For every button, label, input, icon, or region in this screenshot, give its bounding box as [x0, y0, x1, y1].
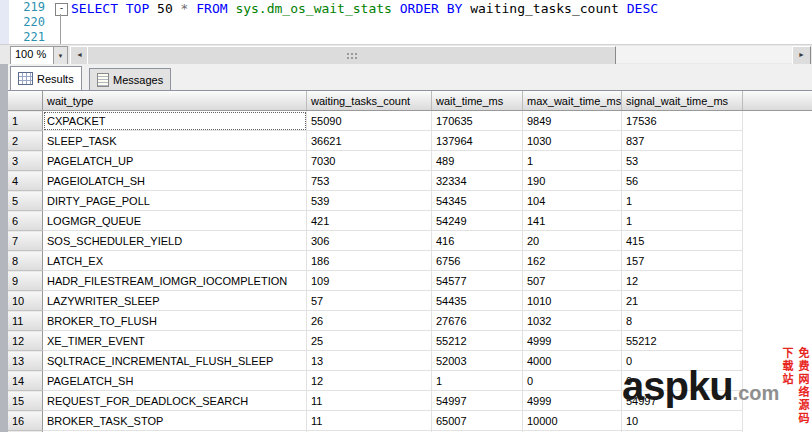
grid-cell[interactable]: PAGELATCH_SH	[43, 371, 307, 391]
grid-cell[interactable]: BROKER_TASK_STOP	[43, 411, 307, 431]
grid-cell[interactable]: 190	[523, 171, 622, 191]
grid-cell[interactable]: 1032	[523, 311, 622, 331]
line-number-gutter[interactable]: 219220221	[9, 0, 48, 44]
sql-token[interactable]: sys.dm_os_wait_stats	[235, 1, 399, 16]
row-header[interactable]: 11	[8, 311, 43, 331]
grid-cell[interactable]: 54249	[432, 211, 523, 231]
grid-cell[interactable]: 1	[622, 211, 743, 231]
grid-cell[interactable]: 56	[622, 171, 743, 191]
grid-cell[interactable]: 4999	[523, 391, 622, 411]
row-header[interactable]: 8	[8, 251, 43, 271]
grid-cell[interactable]: 54435	[432, 291, 523, 311]
grid-cell[interactable]: LOGMGR_QUEUE	[43, 211, 307, 231]
grid-cell[interactable]: 162	[523, 251, 622, 271]
row-header[interactable]: 4	[8, 171, 43, 191]
grid-cell[interactable]: 837	[622, 131, 743, 151]
grid-cell[interactable]: 11	[307, 391, 432, 411]
grid-corner-cell[interactable]	[8, 91, 43, 111]
grid-cell[interactable]: 104	[523, 191, 622, 211]
grid-cell[interactable]: 10000	[523, 411, 622, 431]
sql-code-line[interactable]: SELECT TOP 50 * FROM sys.dm_os_wait_stat…	[71, 1, 658, 16]
grid-cell[interactable]: 17536	[622, 111, 743, 131]
grid-cell[interactable]: XE_TIMER_EVENT	[43, 331, 307, 351]
grid-cell[interactable]: SOS_SCHEDULER_YIELD	[43, 231, 307, 251]
column-header-max_wait_time_ms[interactable]: max_wait_time_ms	[523, 91, 622, 111]
grid-cell[interactable]: 1	[523, 151, 622, 171]
row-header[interactable]: 5	[8, 191, 43, 211]
tab-results[interactable]: Results	[10, 66, 82, 90]
grid-cell[interactable]: PAGEIOLATCH_SH	[43, 171, 307, 191]
sql-token[interactable]: *	[181, 1, 197, 16]
grid-cell[interactable]: REQUEST_FOR_DEADLOCK_SEARCH	[43, 391, 307, 411]
sql-token[interactable]: ORDER BY	[400, 1, 470, 16]
row-header[interactable]: 16	[8, 411, 43, 431]
grid-cell[interactable]: 52003	[432, 351, 523, 371]
grid-cell[interactable]: 10	[622, 411, 743, 431]
grid-cell[interactable]: SQLTRACE_INCREMENTAL_FLUSH_SLEEP	[43, 351, 307, 371]
grid-cell[interactable]: 6756	[432, 251, 523, 271]
grid-cell[interactable]: 421	[307, 211, 432, 231]
sql-editor[interactable]: 219220221 - SELECT TOP 50 * FROM sys.dm_…	[0, 0, 812, 44]
tab-messages[interactable]: Messages	[89, 68, 171, 90]
row-header[interactable]: 9	[8, 271, 43, 291]
grid-cell[interactable]: LAZYWRITER_SLEEP	[43, 291, 307, 311]
sql-token[interactable]: DESC	[627, 1, 658, 16]
grid-cell[interactable]: 53	[622, 151, 743, 171]
grid-cell[interactable]: 55212	[622, 331, 743, 351]
grid-cell[interactable]: 753	[307, 171, 432, 191]
row-header[interactable]: 14	[8, 371, 43, 391]
grid-cell[interactable]: 1	[622, 191, 743, 211]
row-header[interactable]: 1	[8, 111, 43, 131]
grid-cell[interactable]: 415	[622, 231, 743, 251]
grid-cell[interactable]: 36621	[307, 131, 432, 151]
grid-cell[interactable]: 65007	[432, 411, 523, 431]
row-header[interactable]: 2	[8, 131, 43, 151]
code-collapse-icon[interactable]: -	[55, 3, 68, 16]
grid-cell[interactable]: 539	[307, 191, 432, 211]
grid-cell[interactable]: 7030	[307, 151, 432, 171]
scrollbar-thumb[interactable]	[87, 46, 616, 65]
grid-cell[interactable]: 4999	[523, 331, 622, 351]
grid-cell[interactable]: 13	[307, 351, 432, 371]
grid-cell[interactable]: 157	[622, 251, 743, 271]
grid-cell[interactable]: CXPACKET	[43, 111, 307, 131]
grid-cell[interactable]: 54577	[432, 271, 523, 291]
grid-cell[interactable]: 25	[307, 331, 432, 351]
row-header[interactable]: 3	[8, 151, 43, 171]
grid-cell[interactable]: 137964	[432, 131, 523, 151]
column-header-wait_type[interactable]: wait_type	[43, 91, 307, 111]
grid-cell[interactable]: SLEEP_TASK	[43, 131, 307, 151]
grid-cell[interactable]: 57	[307, 291, 432, 311]
grid-cell[interactable]: PAGELATCH_UP	[43, 151, 307, 171]
grid-cell[interactable]: 0	[523, 371, 622, 391]
grid-cell[interactable]: 55212	[432, 331, 523, 351]
grid-cell[interactable]: 507	[523, 271, 622, 291]
row-header[interactable]: 7	[8, 231, 43, 251]
grid-cell[interactable]: 32334	[432, 171, 523, 191]
grid-cell[interactable]: 54997	[432, 391, 523, 411]
sql-token[interactable]: SELECT TOP	[71, 1, 157, 16]
grid-cell[interactable]: 1010	[523, 291, 622, 311]
grid-cell[interactable]: 12	[622, 271, 743, 291]
grid-cell[interactable]: 8	[622, 311, 743, 331]
grid-cell[interactable]: 21	[622, 291, 743, 311]
grid-cell[interactable]: 9849	[523, 111, 622, 131]
row-header[interactable]: 13	[8, 351, 43, 371]
grid-cell[interactable]: LATCH_EX	[43, 251, 307, 271]
grid-cell[interactable]: HADR_FILESTREAM_IOMGR_IOCOMPLETION	[43, 271, 307, 291]
grid-cell[interactable]: 11	[307, 411, 432, 431]
row-header[interactable]: 15	[8, 391, 43, 411]
sql-token[interactable]: FROM	[196, 1, 235, 16]
zoom-selector[interactable]: 100 % ▼	[10, 46, 68, 65]
grid-cell[interactable]: 141	[523, 211, 622, 231]
scroll-right-button[interactable]: ►	[792, 46, 811, 65]
grid-cell[interactable]: 489	[432, 151, 523, 171]
grid-cell[interactable]: 4000	[523, 351, 622, 371]
grid-cell[interactable]: 306	[307, 231, 432, 251]
horizontal-scrollbar[interactable]: ◄ ►	[70, 46, 811, 63]
grid-cell[interactable]: 109	[307, 271, 432, 291]
grid-cell[interactable]: 27676	[432, 311, 523, 331]
grid-cell[interactable]: 12	[307, 371, 432, 391]
row-header[interactable]: 10	[8, 291, 43, 311]
row-header[interactable]: 12	[8, 331, 43, 351]
